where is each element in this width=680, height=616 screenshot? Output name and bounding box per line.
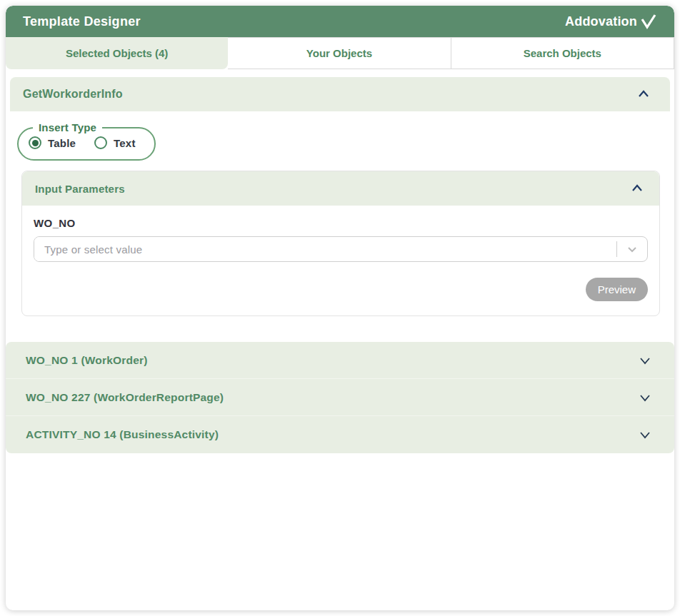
wo-no-label: WO_NO	[34, 217, 648, 229]
input-parameters-title: Input Parameters	[35, 183, 125, 195]
insert-type-fieldset: Insert Type Table Text	[17, 121, 156, 161]
chevron-down-icon	[637, 353, 653, 368]
app-header: Template Designer Addovation	[6, 6, 674, 37]
preview-row: Preview	[34, 278, 648, 301]
chevron-down-icon	[637, 427, 653, 443]
accordion-activity-no-14-businessactivity[interactable]: ACTIVITY_NO 14 (BusinessActivity)	[6, 416, 674, 453]
preview-button[interactable]: Preview	[586, 278, 648, 301]
tab-search-objects[interactable]: Search Objects	[451, 37, 674, 69]
content-area: GetWorkorderInfo Insert Type Table	[6, 69, 674, 329]
wo-no-input[interactable]	[34, 237, 616, 261]
accordion-getworkorderinfo: GetWorkorderInfo Insert Type Table	[10, 77, 670, 329]
page-title: Template Designer	[23, 14, 141, 29]
input-parameters-panel: Input Parameters WO_NO	[21, 171, 660, 316]
radio-option-table[interactable]: Table	[29, 136, 76, 149]
tab-bar: Selected Objects (4) Your Objects Search…	[6, 37, 674, 69]
insert-type-legend: Insert Type	[33, 121, 102, 133]
tab-your-objects[interactable]: Your Objects	[228, 37, 451, 69]
chevron-down-icon	[625, 242, 639, 256]
brand-logo: Addovation	[565, 14, 657, 29]
accordion-title: ACTIVITY_NO 14 (BusinessActivity)	[26, 428, 219, 441]
accordion-wo-no-227-workorderreportpage[interactable]: WO_NO 227 (WorkOrderReportPage)	[6, 379, 674, 416]
collapsed-accordion-group: WO_NO 1 (WorkOrder) WO_NO 227 (WorkOrder…	[6, 342, 674, 453]
radio-selected-icon[interactable]	[29, 136, 41, 149]
accordion-wo-no-1-workorder[interactable]: WO_NO 1 (WorkOrder)	[6, 342, 674, 379]
brand-name: Addovation	[565, 14, 637, 29]
radio-option-text[interactable]: Text	[94, 136, 136, 149]
brand-check-icon	[640, 14, 657, 29]
wo-no-combobox	[34, 236, 648, 262]
accordion-title: GetWorkorderInfo	[23, 88, 123, 101]
accordion-title: WO_NO 227 (WorkOrderReportPage)	[26, 391, 224, 404]
template-designer-window: Template Designer Addovation Selected Ob…	[6, 6, 674, 610]
radio-unselected-icon[interactable]	[94, 136, 107, 149]
input-parameters-header[interactable]: Input Parameters	[22, 171, 659, 206]
insert-type-options: Table Text	[29, 136, 136, 149]
combo-dropdown-toggle[interactable]	[617, 237, 647, 261]
radio-label-table: Table	[48, 137, 76, 149]
input-parameters-body: WO_NO	[22, 206, 659, 315]
chevron-up-icon	[636, 86, 651, 102]
accordion-getworkorderinfo-header[interactable]: GetWorkorderInfo	[10, 77, 670, 111]
chevron-down-icon	[637, 390, 653, 405]
chevron-up-icon	[629, 181, 645, 196]
accordion-getworkorderinfo-body: Insert Type Table Text	[10, 111, 670, 329]
radio-label-text: Text	[114, 137, 136, 149]
accordion-title: WO_NO 1 (WorkOrder)	[26, 354, 148, 367]
tab-selected-objects[interactable]: Selected Objects (4)	[6, 37, 228, 69]
